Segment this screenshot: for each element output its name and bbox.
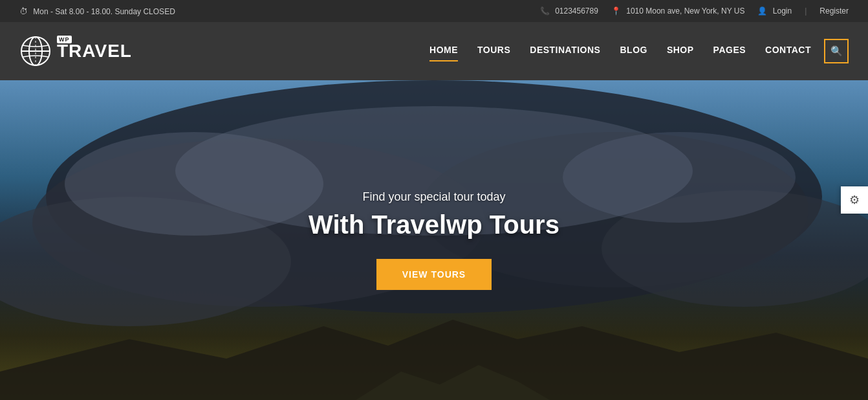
phone-text: 0123456789 bbox=[555, 6, 598, 16]
hours-text: Mon - Sat 8.00 - 18.00. Sunday CLOSED bbox=[33, 7, 175, 16]
logo[interactable]: WP TRAVEL bbox=[19, 35, 132, 67]
logo-wp-badge: WP bbox=[57, 36, 72, 43]
top-bar-right: 0123456789 1010 Moon ave, New York, NY U… bbox=[540, 6, 849, 16]
nav-pages[interactable]: PAGES bbox=[713, 45, 746, 58]
svg-point-11 bbox=[65, 132, 323, 236]
gear-icon bbox=[849, 193, 860, 207]
navbar: WP TRAVEL HOME TOURS DESTINATIONS BLOG S… bbox=[0, 22, 868, 80]
user-icon: Login bbox=[757, 6, 792, 16]
settings-tab[interactable] bbox=[841, 186, 868, 214]
hero-content: Find your special tour today With Travel… bbox=[309, 190, 559, 290]
nav-home[interactable]: HOME bbox=[429, 45, 458, 58]
nav-destinations[interactable]: DESTINATIONS bbox=[530, 45, 600, 58]
nav-shop[interactable]: SHOP bbox=[667, 45, 694, 58]
register-link[interactable]: Register bbox=[819, 6, 849, 16]
top-bar-left: Mon - Sat 8.00 - 18.00. Sunday CLOSED bbox=[19, 6, 175, 16]
nav-links: HOME TOURS DESTINATIONS BLOG SHOP PAGES … bbox=[429, 45, 811, 58]
nav-contact[interactable]: CONTACT bbox=[765, 45, 811, 58]
address-text: 1010 Moon ave, New York, NY US bbox=[626, 6, 744, 16]
clock-icon: Mon - Sat 8.00 - 18.00. Sunday CLOSED bbox=[19, 6, 175, 16]
login-link[interactable]: Login bbox=[773, 6, 792, 16]
logo-globe-icon bbox=[19, 35, 52, 67]
search-icon bbox=[830, 45, 843, 57]
svg-point-12 bbox=[563, 132, 796, 223]
top-bar: Mon - Sat 8.00 - 18.00. Sunday CLOSED 01… bbox=[0, 0, 868, 22]
nav-blog[interactable]: BLOG bbox=[620, 45, 647, 58]
view-tours-button[interactable]: VIEW TOURS bbox=[376, 259, 492, 290]
hero-title: With Travelwp Tours bbox=[309, 210, 559, 239]
logo-text: TRAVEL bbox=[57, 41, 132, 61]
nav-search-button[interactable] bbox=[824, 39, 849, 63]
hero-subtitle: Find your special tour today bbox=[309, 190, 559, 204]
hero-section: Find your special tour today With Travel… bbox=[0, 80, 868, 400]
divider: | bbox=[805, 6, 807, 16]
nav-tours[interactable]: TOURS bbox=[477, 45, 510, 58]
location-icon: 1010 Moon ave, New York, NY US bbox=[611, 6, 745, 16]
phone-icon: 0123456789 bbox=[540, 6, 598, 16]
